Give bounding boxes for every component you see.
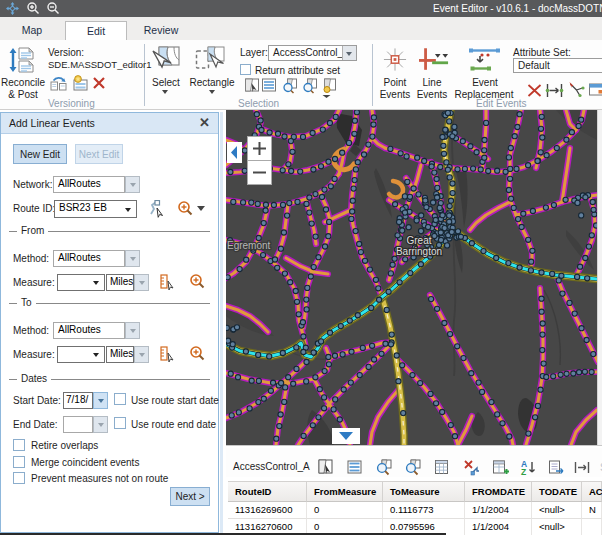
svg-text:Z: Z [521,467,526,476]
svg-text:Barrington: Barrington [396,246,442,257]
svg-text:Egremont: Egremont [227,240,271,251]
svg-text:Great: Great [406,235,431,246]
